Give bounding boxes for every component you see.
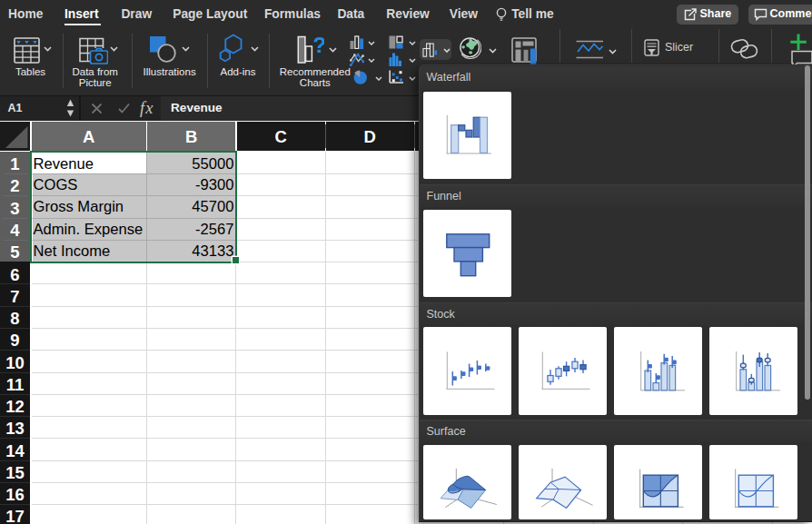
svg-text:?: ? bbox=[312, 35, 324, 57]
